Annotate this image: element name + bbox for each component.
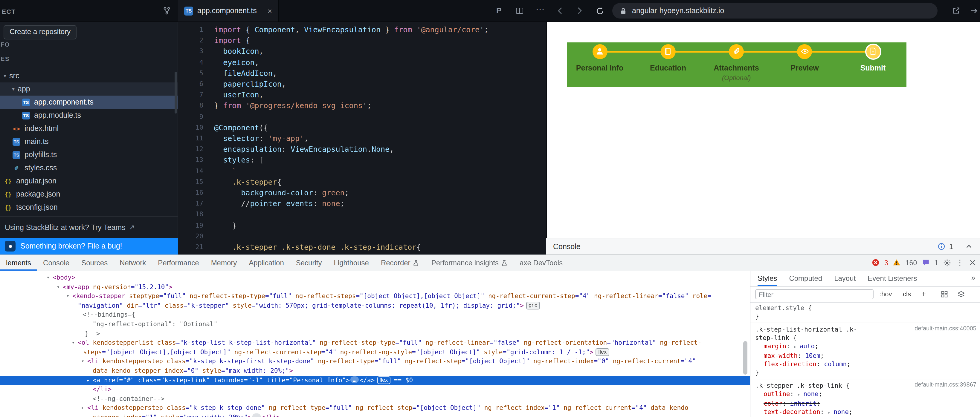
- stepper-step-indicator[interactable]: [865, 43, 881, 59]
- back-icon[interactable]: [556, 6, 565, 15]
- selector-line[interactable]: step-link {: [755, 333, 977, 342]
- file-tree-item[interactable]: {}angular.json: [0, 174, 178, 187]
- collapse-arrow-icon[interactable]: ▸: [81, 404, 84, 413]
- chevron-up-icon[interactable]: [965, 243, 973, 251]
- dom-tree-node[interactable]: <!--bindings={: [0, 310, 750, 320]
- file-a-bug-banner[interactable]: Something broken? File a bug!: [0, 238, 178, 255]
- hov-toggle[interactable]: :hov: [880, 290, 892, 298]
- stepper-step-indicator[interactable]: [592, 44, 607, 59]
- stepper-step-label[interactable]: Attachments: [697, 64, 775, 72]
- file-tree-item[interactable]: TSmain.ts: [0, 135, 178, 148]
- stepper-step-label[interactable]: Education: [629, 64, 707, 72]
- devtools-tab-sources[interactable]: Sources: [75, 255, 114, 271]
- devtools-tab-lements[interactable]: lements: [0, 255, 37, 271]
- collapse-arrow-icon[interactable]: ▸: [87, 376, 90, 385]
- teams-promo[interactable]: Using StackBlitz at work? Try Teams ↗: [0, 216, 178, 238]
- code-editor[interactable]: 1import { Component, ViewEncapsulation }…: [178, 22, 546, 255]
- dom-tree-node[interactable]: ▸<a href="#" class="k-step-link" tabinde…: [0, 376, 750, 385]
- stepper-step-indicator[interactable]: [729, 44, 744, 59]
- refresh-icon[interactable]: [595, 6, 605, 16]
- dom-tree-node[interactable]: <!--ng-container-->: [0, 394, 750, 404]
- folder-tree-item[interactable]: ▾app: [0, 82, 178, 95]
- dom-tree-node[interactable]: ▾<li kendostepperstep class="k-step k-st…: [0, 357, 750, 366]
- styles-filter-input[interactable]: [755, 289, 873, 299]
- expand-shorthand-icon[interactable]: ▸: [794, 344, 799, 349]
- css-declaration[interactable]: flex-direction: column;: [755, 360, 977, 368]
- issues-icon[interactable]: [922, 259, 929, 266]
- devtools-tab-axe-devtools[interactable]: axe DevTools: [514, 255, 569, 271]
- address-bar[interactable]: angular-hyoeyn.stackblitz.io: [612, 3, 937, 19]
- file-tree-item[interactable]: {}package.json: [0, 187, 178, 201]
- css-declaration[interactable]: outline: ▸ none;: [755, 390, 977, 399]
- devtools-tab-performance[interactable]: Performance: [152, 255, 205, 271]
- styles-pane-tab-event-listeners[interactable]: Event Listeners: [868, 271, 917, 286]
- devtools-tab-lighthouse[interactable]: Lighthouse: [328, 255, 375, 271]
- forward-icon[interactable]: [575, 6, 584, 15]
- more-menu-icon[interactable]: ⋯: [536, 3, 545, 14]
- styles-pane-tab-styles[interactable]: Styles: [757, 271, 777, 286]
- dom-tree-node[interactable]: }-->: [0, 329, 750, 338]
- dom-tree-node[interactable]: stepper-index="1" style="max-width: 20%;…: [0, 413, 750, 417]
- file-tree-item[interactable]: TSapp.component.ts: [0, 95, 178, 109]
- kebab-menu-icon[interactable]: ⋮: [956, 258, 964, 267]
- css-declaration[interactable]: color: inherit;: [755, 399, 977, 407]
- layers-icon[interactable]: [957, 290, 965, 298]
- tab-overflow-icon[interactable]: »: [971, 274, 975, 282]
- expand-arrow-icon[interactable]: ▾: [66, 292, 69, 301]
- expand-arrow-icon[interactable]: ▾: [47, 273, 49, 282]
- file-tree-item[interactable]: TSpolyfills.ts: [0, 148, 178, 161]
- create-repository-button[interactable]: Create a repository: [3, 25, 76, 40]
- dom-tree-node[interactable]: ▸<li kendostepperstep class="k-step k-st…: [0, 404, 750, 413]
- close-tab-icon[interactable]: ×: [267, 7, 272, 15]
- file-tree-item[interactable]: #styles.css: [0, 161, 178, 174]
- expand-arrow-icon[interactable]: ▾: [72, 338, 75, 347]
- devtools-tab-performance-insights[interactable]: Performance insights: [425, 255, 514, 271]
- css-declaration[interactable]: text-decoration: ▸ none;: [755, 407, 977, 417]
- dom-tree-node[interactable]: steps="[object Object],[object Object]" …: [0, 348, 750, 357]
- expand-shorthand-icon[interactable]: ▸: [798, 392, 803, 397]
- file-tree-item[interactable]: TSapp.module.ts: [0, 109, 178, 122]
- expand-arrow-icon[interactable]: ▾: [57, 282, 60, 292]
- devtools-tab-recorder[interactable]: Recorder: [375, 255, 425, 271]
- folder-tree-item[interactable]: ▾src: [0, 69, 178, 82]
- css-declaration[interactable]: max-width: 10em;: [755, 351, 977, 360]
- preview-console-bar[interactable]: Console 1: [546, 238, 980, 255]
- dom-tree-node[interactable]: "navigation" dir="ltr" class="k-stepper"…: [0, 301, 750, 310]
- prettier-icon[interactable]: P: [496, 6, 501, 15]
- grid-editor-icon[interactable]: [940, 290, 948, 298]
- editor-tab[interactable]: TS app.component.ts ×: [178, 0, 278, 22]
- devtools-tab-memory[interactable]: Memory: [205, 255, 243, 271]
- sidebar-scrollbar[interactable]: [175, 72, 177, 114]
- error-icon[interactable]: [872, 259, 880, 266]
- css-declaration[interactable]: margin: ▸ auto;: [755, 342, 977, 351]
- stepper-step-indicator[interactable]: [661, 44, 676, 59]
- dom-tree-node[interactable]: ▾<my-app ng-version="15.2.10">: [0, 282, 750, 292]
- styles-pane-tab-layout[interactable]: Layout: [834, 271, 856, 286]
- dom-tree-node[interactable]: "ng-reflect-optional": "Optional": [0, 320, 750, 329]
- cls-toggle[interactable]: .cls: [901, 290, 911, 298]
- devtools-tab-console[interactable]: Console: [37, 255, 75, 271]
- dom-tree-node[interactable]: ▾<ol kendostepperlist class="k-step-list…: [0, 338, 750, 347]
- stepper-step-label[interactable]: Personal Info: [561, 64, 639, 72]
- close-devtools-icon[interactable]: [969, 259, 977, 266]
- stepper-step-indicator[interactable]: [797, 44, 812, 59]
- stepper-step-label[interactable]: Submit: [834, 64, 912, 72]
- rule-source-link[interactable]: default-main.css:40005: [915, 325, 977, 331]
- file-tree-item[interactable]: {}tsconfig.json: [0, 201, 178, 214]
- expand-shorthand-icon[interactable]: ▸: [828, 410, 834, 415]
- stepper-step-label[interactable]: Preview: [766, 64, 844, 72]
- dom-tree-node[interactable]: ▾<kendo-stepper steptype="full" ng-refle…: [0, 292, 750, 301]
- new-rule-icon[interactable]: +: [921, 289, 926, 298]
- split-editor-icon[interactable]: [515, 6, 524, 15]
- expand-arrow-icon[interactable]: ▾: [81, 357, 84, 366]
- rule-source-link[interactable]: default-main.css:39867: [915, 381, 977, 388]
- warning-icon[interactable]: [893, 259, 901, 266]
- styles-pane-tab-computed[interactable]: Computed: [789, 271, 822, 286]
- dom-tree-node[interactable]: ▾<body>: [0, 273, 750, 282]
- fork-icon[interactable]: [162, 6, 171, 15]
- dom-tree-node[interactable]: data-kendo-stepper-index="0" style="max-…: [0, 366, 750, 376]
- devtools-tab-network[interactable]: Network: [114, 255, 152, 271]
- devtools-tab-application[interactable]: Application: [243, 255, 290, 271]
- gear-icon[interactable]: [943, 258, 951, 267]
- file-tree-item[interactable]: <>index.html: [0, 122, 178, 135]
